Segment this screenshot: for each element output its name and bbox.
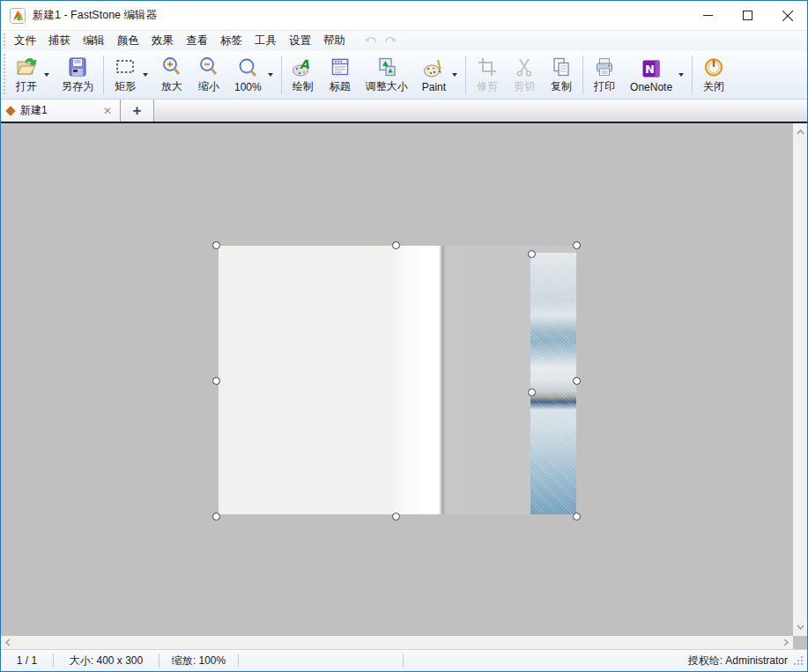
menu-item-8[interactable]: 设置 [283, 31, 317, 51]
zoom-actual-dropdown-caret[interactable] [267, 54, 277, 96]
scroll-up-icon[interactable] [797, 129, 804, 136]
maximize-icon [743, 11, 752, 20]
menu-item-3[interactable]: 颜色 [111, 31, 145, 51]
toolbar-grip[interactable] [3, 54, 7, 96]
titlebar: 新建1 - FastStone 编辑器 [1, 1, 807, 30]
toolbar-resize-button[interactable]: 调整大小 [360, 53, 414, 97]
selection-handle[interactable] [528, 250, 536, 258]
status-page-count: 1 / 1 [1, 654, 54, 668]
menu-item-0[interactable]: 文件 [8, 31, 42, 51]
new-tab-button[interactable]: + [121, 100, 154, 122]
scroll-down-icon[interactable] [797, 624, 804, 631]
toolbar-copy-button[interactable]: 复制 [544, 53, 579, 97]
menu-item-4[interactable]: 效果 [145, 31, 180, 51]
selection-handle[interactable] [212, 377, 220, 385]
redo-icon[interactable] [383, 35, 397, 48]
toolbar-button-label: 另存为 [62, 79, 93, 94]
toolbar-power-button[interactable]: 关闭 [696, 53, 731, 97]
faststone-editor-window: 新建1 - FastStone 编辑器 文件捕获编辑颜色效果查看标签工具设置帮助… [0, 0, 808, 672]
status-zoom-level: 缩放: 100% [159, 654, 239, 668]
canvas-area[interactable] [1, 123, 807, 649]
menu-item-9[interactable]: 帮助 [317, 31, 352, 51]
toolbar-caption-button[interactable]: 标题 [322, 53, 358, 97]
toolbar-folder-open-button[interactable]: 打开 [9, 53, 54, 97]
toolbar-button-label: 复制 [551, 79, 572, 94]
selection-handle[interactable] [212, 241, 220, 249]
caption-icon [329, 55, 352, 78]
toolbar-onenote-button[interactable]: NOneNote [624, 53, 688, 97]
selection-handle[interactable] [573, 377, 581, 385]
toolbar-crop-button: 修剪 [470, 53, 505, 97]
zoom-out-icon [197, 55, 220, 78]
toolbar-group-5: 关闭 [695, 51, 732, 99]
paint-icon [422, 57, 445, 80]
svg-text:N: N [645, 63, 655, 76]
close-icon [782, 11, 793, 21]
selection-handle[interactable] [392, 241, 400, 249]
maximize-button[interactable] [728, 1, 767, 30]
toolbar-button-label: 修剪 [477, 79, 498, 94]
selection-handle[interactable] [528, 388, 536, 396]
status-image-size: 大小: 400 x 300 [54, 654, 159, 668]
zoom-actual-icon [236, 57, 259, 80]
toolbar: 打开另存为矩形放大缩小100%A绘制标题调整大小Paint修剪剪切复制打印NOn… [1, 51, 807, 100]
status-license: 授权给: Administrator [688, 654, 788, 668]
close-button[interactable] [767, 1, 807, 30]
copy-icon [550, 55, 573, 78]
selection-handle[interactable] [392, 513, 400, 521]
toolbar-button-label: 打开 [16, 79, 37, 94]
toolbar-separator [692, 55, 693, 94]
scroll-left-icon[interactable] [4, 639, 11, 646]
selection-handle[interactable] [573, 241, 581, 249]
toolbar-zoom-actual-button[interactable]: 100% [228, 53, 278, 97]
toolbar-zoom-out-button[interactable]: 缩小 [191, 53, 226, 97]
toolbar-button-label: 矩形 [115, 79, 136, 94]
menu-item-2[interactable]: 编辑 [77, 31, 111, 51]
selection-handle[interactable] [573, 513, 581, 521]
toolbar-save-button[interactable]: 另存为 [56, 53, 100, 97]
menu-item-5[interactable]: 查看 [180, 31, 214, 51]
tab-document[interactable]: 新建1 ✕ [1, 100, 121, 122]
onenote-dropdown-caret[interactable] [678, 54, 687, 96]
rect-select-icon [114, 55, 137, 78]
minimize-button[interactable] [688, 1, 728, 30]
toolbar-rect-select-button[interactable]: 矩形 [107, 53, 152, 97]
folder-open-dropdown-caret[interactable] [43, 54, 53, 96]
toolbar-print-button[interactable]: 打印 [587, 53, 622, 97]
power-icon [702, 55, 725, 78]
statusbar: 1 / 1 大小: 400 x 300 缩放: 100% 授权给: Admini… [1, 649, 807, 671]
selection-handle[interactable] [212, 513, 220, 521]
zoom-in-icon [160, 55, 183, 78]
crop-icon [476, 55, 499, 78]
toolbar-button-label: 绘制 [293, 79, 314, 94]
toolbar-separator [281, 55, 282, 94]
rect-select-dropdown-caret[interactable] [142, 54, 152, 96]
tabbar: 新建1 ✕ + [1, 100, 807, 123]
paint-dropdown-caret[interactable] [451, 54, 461, 96]
toolbar-button-label: 缩小 [198, 79, 219, 94]
toolbar-zoom-in-button[interactable]: 放大 [154, 53, 189, 97]
toolbar-button-label: 关闭 [703, 79, 724, 94]
toolbar-button-label: Paint [422, 81, 446, 93]
toolbar-draw-button[interactable]: A绘制 [285, 53, 321, 97]
toolbar-group-2: A绘制标题调整大小Paint [285, 51, 463, 99]
tab-close-icon[interactable]: ✕ [101, 105, 114, 117]
cut-icon [513, 55, 536, 78]
window-title: 新建1 - FastStone 编辑器 [33, 8, 157, 23]
scroll-right-icon[interactable] [782, 639, 789, 646]
menu-item-7[interactable]: 工具 [248, 31, 283, 51]
toolbar-button-label: OneNote [630, 81, 672, 93]
plus-icon: + [133, 102, 142, 120]
edited-image[interactable] [219, 246, 576, 514]
toolbar-button-label: 打印 [594, 79, 615, 94]
menu-item-6[interactable]: 标签 [214, 31, 248, 51]
menubar-grip[interactable] [3, 33, 7, 48]
resize-grip[interactable] [793, 655, 804, 666]
toolbar-paint-button[interactable]: Paint [416, 53, 462, 97]
edited-image-sky-strip [530, 253, 576, 514]
horizontal-scrollbar[interactable] [1, 636, 793, 649]
toolbar-group-1: 矩形放大缩小100% [107, 51, 278, 99]
menu-item-1[interactable]: 捕获 [42, 31, 77, 51]
undo-icon[interactable] [364, 35, 378, 48]
vertical-scrollbar[interactable] [793, 123, 807, 636]
